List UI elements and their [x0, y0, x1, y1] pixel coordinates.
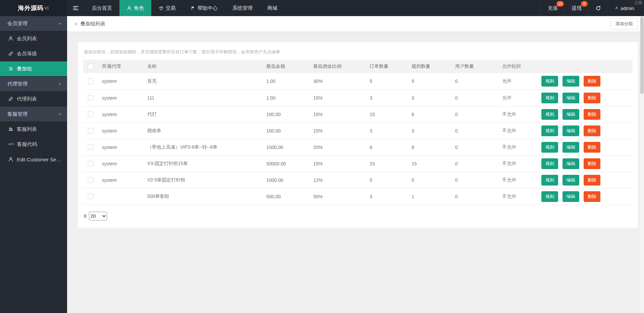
nav-item-trade[interactable]: 交易	[151, 0, 183, 16]
row-checkbox[interactable]	[88, 128, 94, 134]
edit-button[interactable]: 编辑	[562, 142, 579, 153]
person-icon	[8, 157, 13, 162]
scrollbar-track[interactable]	[640, 16, 644, 313]
cell-name: （带他上高速）VIP3-6单--转--8单	[145, 139, 264, 155]
cell-loop: 允许	[499, 90, 539, 106]
delete-button[interactable]: 删除	[584, 175, 600, 186]
main-content: » 叠加组列表 添加分组 添加分组后，必须添加规则，并且规则需要对应好订单个数，…	[67, 16, 644, 313]
row-checkbox[interactable]	[88, 194, 94, 199]
nav-item-mall[interactable]: 商城	[260, 0, 285, 16]
delete-button[interactable]: 删除	[584, 76, 600, 87]
delete-button[interactable]: 删除	[584, 109, 600, 120]
cell-orders: 3	[367, 188, 409, 205]
cell-orders: 15	[367, 106, 409, 122]
logo-version: V1	[44, 6, 49, 10]
sidebar-group-member[interactable]: 会员管理	[0, 16, 67, 31]
rule-button[interactable]: 规则	[541, 109, 558, 120]
cell-agent: system	[99, 139, 145, 155]
nav-item-dashboard[interactable]: 后台首页	[85, 0, 119, 16]
refresh-button[interactable]	[588, 0, 608, 16]
cell-min-amount: 50000.00	[264, 155, 311, 172]
groups-table: 所属代理 名称 最低金额 最低佣金比例 订单数量 规则数量 用户数量 允许轮回	[83, 60, 633, 205]
edit-button[interactable]: 编辑	[562, 175, 579, 186]
cell-rules: 1	[409, 188, 452, 205]
sidebar-item-agent-list[interactable]: 代理列表	[0, 92, 67, 107]
rule-button[interactable]: 规则	[541, 175, 558, 186]
row-checkbox[interactable]	[88, 95, 94, 101]
cell-users: 0	[452, 155, 499, 172]
nav-item-system[interactable]: 系统管理	[225, 0, 260, 16]
edit-button[interactable]: 编辑	[562, 191, 579, 202]
page-size-select[interactable]: 20	[89, 212, 107, 220]
edit-button[interactable]: 编辑	[562, 93, 579, 103]
nav-item-role[interactable]: 角色	[119, 0, 151, 16]
sidebar-group-agent[interactable]: 代理管理	[0, 76, 67, 92]
row-checkbox[interactable]	[88, 79, 94, 84]
sidebar-item-stack-group[interactable]: 叠加组	[0, 61, 67, 76]
sidebar-item-member-list[interactable]: 会员列表	[0, 31, 67, 46]
cell-commission: 20%	[311, 139, 367, 155]
sidebar-item-edit-customer-service[interactable]: Edit Customer Ser...	[0, 152, 67, 167]
cell-rules: 5	[409, 172, 452, 188]
sidebar-item-member-level[interactable]: 会员等级	[0, 46, 67, 61]
cell-orders: 3	[367, 122, 409, 139]
refresh-icon	[595, 5, 601, 11]
sidebar-item-label: Edit Customer Ser...	[17, 157, 62, 162]
cell-users: 0	[452, 172, 499, 188]
delete-button[interactable]: 删除	[584, 191, 600, 202]
cell-commission: 30%	[311, 73, 367, 90]
cell-orders: 6	[367, 139, 409, 155]
cell-orders: 3	[367, 90, 409, 106]
rule-button[interactable]: 规则	[541, 125, 558, 136]
hint-text: 添加分组后，必须添加规则，并且规则需要对应好订单个数，若出现不对称情况，会导致用…	[83, 48, 633, 60]
edit-button[interactable]: 编辑	[562, 158, 579, 169]
col-header-name: 名称	[145, 60, 264, 73]
delete-button[interactable]: 删除	[584, 158, 600, 169]
chevron-down-icon	[58, 112, 62, 116]
rule-button[interactable]: 规则	[541, 76, 558, 87]
edit-button[interactable]: 编辑	[562, 109, 579, 120]
row-checkbox[interactable]	[88, 161, 94, 166]
nav-item-label: 角色	[134, 5, 144, 11]
edit-button[interactable]: 编辑	[562, 125, 579, 136]
rule-button[interactable]: 规则	[541, 93, 558, 103]
sidebar-toggle-button[interactable]	[67, 0, 85, 16]
scrollbar-thumb[interactable]	[640, 17, 644, 94]
withdraw-link[interactable]: 提现 0	[565, 0, 588, 16]
chevron-down-icon	[58, 21, 62, 25]
delete-button[interactable]: 删除	[584, 125, 600, 136]
cell-users: 0	[452, 90, 499, 106]
delete-button[interactable]: 删除	[584, 93, 600, 103]
cell-min-amount: 100.00	[264, 122, 311, 139]
pagination: 8 20	[83, 212, 633, 220]
rule-button[interactable]: 规则	[541, 191, 558, 202]
withdraw-label: 提现	[572, 5, 582, 11]
cell-loop: 不允许	[499, 106, 539, 122]
select-all-checkbox[interactable]	[88, 64, 94, 69]
delete-button[interactable]: 删除	[584, 142, 600, 153]
row-checkbox[interactable]	[88, 177, 94, 183]
cell-rules: 8	[409, 139, 452, 155]
row-checkbox[interactable]	[88, 111, 94, 117]
cell-orders: 5	[367, 172, 409, 188]
cell-name: V3-固定打针组15单	[145, 155, 264, 172]
logo-text: 海外源码	[18, 4, 43, 12]
cell-min-amount: 500.00	[264, 188, 311, 205]
cell-loop: 允许	[499, 73, 539, 90]
row-checkbox[interactable]	[88, 144, 94, 150]
cell-commission: 15%	[311, 106, 367, 122]
sidebar-item-service-code[interactable]: </> 客服代码	[0, 137, 67, 152]
sidebar-group-service[interactable]: 客服管理	[0, 107, 67, 122]
add-group-button[interactable]: 添加分组	[610, 18, 638, 30]
nav-item-help[interactable]: 帮助中心	[183, 0, 225, 16]
sidebar-item-label: 客服代码	[17, 141, 37, 148]
rule-button[interactable]: 规则	[541, 142, 558, 153]
breadcrumb: » 叠加组列表	[74, 20, 105, 27]
cell-min-amount: 1000.00	[264, 172, 311, 188]
table-row: system 111 1.00 15% 3 3 0 允许 规则 编辑 删除	[83, 90, 633, 106]
edit-button[interactable]: 编辑	[562, 76, 579, 87]
sidebar: 会员管理 会员列表 会员等级 叠加组 代理管理 代理列表 客服管理	[0, 16, 67, 313]
recharge-link[interactable]: 充值 13	[541, 0, 565, 16]
sidebar-item-service-list[interactable]: 客服列表	[0, 122, 67, 137]
rule-button[interactable]: 规则	[541, 158, 558, 169]
